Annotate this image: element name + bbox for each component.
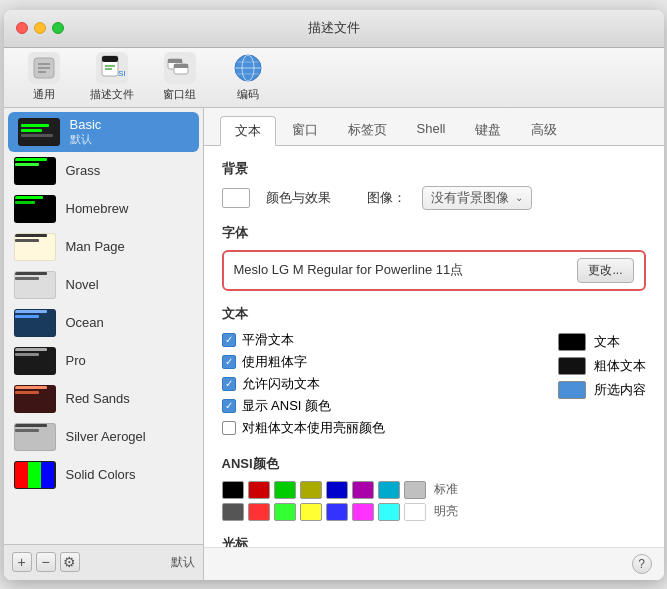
ansi-normal-6[interactable] [378, 481, 400, 499]
tab-keyboard[interactable]: 键盘 [461, 116, 515, 145]
checkbox-bold[interactable] [222, 355, 236, 369]
bold-color-row: 粗体文本 [558, 357, 646, 375]
sidebar-item-redsands[interactable]: Red Sands [4, 380, 203, 418]
checkbox-bold-row: 使用粗体字 [222, 353, 538, 371]
font-title: 字体 [222, 224, 646, 242]
sidebar-thumb-basic [18, 118, 60, 146]
cursor-title: 光标 [222, 535, 646, 547]
text-colors: 文本 粗体文本 所选内容 [558, 333, 646, 441]
checkbox-brightbold-row: 对粗体文本使用亮丽颜色 [222, 419, 538, 437]
sidebar-thumb-solidcolors [14, 461, 56, 489]
bottom-bar: ? [204, 547, 664, 580]
ansi-bright-5[interactable] [352, 503, 374, 521]
toolbar-general[interactable]: 通用 [20, 52, 68, 102]
sidebar-item-silveraerogel-name: Silver Aerogel [66, 429, 146, 444]
ansi-bright-7[interactable] [404, 503, 426, 521]
font-change-button[interactable]: 更改... [577, 258, 633, 283]
ansi-normal-1[interactable] [248, 481, 270, 499]
sidebar-item-pro-name: Pro [66, 353, 86, 368]
dropdown-arrow-icon: ⌄ [515, 192, 523, 203]
text-color-swatch[interactable] [558, 333, 586, 351]
sidebar-item-homebrew-name: Homebrew [66, 201, 129, 216]
toolbar-general-label: 通用 [33, 87, 55, 102]
bold-color-swatch[interactable] [558, 357, 586, 375]
ansi-bright-0[interactable] [222, 503, 244, 521]
sidebar: Basic 默认 Grass [4, 108, 204, 580]
sidebar-thumb-homebrew [14, 195, 56, 223]
help-button[interactable]: ? [632, 554, 652, 574]
ansi-bright-1[interactable] [248, 503, 270, 521]
sidebar-thumb-redsands [14, 385, 56, 413]
maximize-button[interactable] [52, 22, 64, 34]
selection-color-swatch[interactable] [558, 381, 586, 399]
sidebar-item-novel[interactable]: Novel [4, 266, 203, 304]
ansi-normal-row: 标准 [222, 481, 646, 499]
sidebar-item-silveraerogel[interactable]: Silver Aerogel [4, 418, 203, 456]
tab-window[interactable]: 窗口 [278, 116, 332, 145]
checkbox-brightbold[interactable] [222, 421, 236, 435]
svg-text:SI: SI [118, 69, 126, 78]
tab-text[interactable]: 文本 [220, 116, 276, 146]
toolbar-encoding[interactable]: 编码 [224, 52, 272, 102]
sidebar-thumb-pro [14, 347, 56, 375]
ansi-normal-2[interactable] [274, 481, 296, 499]
sidebar-item-grass[interactable]: Grass [4, 152, 203, 190]
tab-advanced[interactable]: 高级 [517, 116, 571, 145]
sidebar-item-basic[interactable]: Basic 默认 [8, 112, 199, 152]
sidebar-item-homebrew[interactable]: Homebrew [4, 190, 203, 228]
main-content: 背景 颜色与效果 图像： 没有背景图像 ⌄ 字体 M [204, 146, 664, 547]
sidebar-thumb-silveraerogel [14, 423, 56, 451]
ansi-bright-2[interactable] [274, 503, 296, 521]
ansi-normal-0[interactable] [222, 481, 244, 499]
remove-profile-button[interactable]: − [36, 552, 56, 572]
sidebar-item-manpage-name: Man Page [66, 239, 125, 254]
ansi-bright-6[interactable] [378, 503, 400, 521]
sidebar-item-redsands-name: Red Sands [66, 391, 130, 406]
checkbox-ansi-label: 显示 ANSI 颜色 [242, 397, 332, 415]
ansi-normal-5[interactable] [352, 481, 374, 499]
tab-shell[interactable]: Shell [403, 116, 460, 145]
sidebar-footer: + − ⚙ 默认 [4, 544, 203, 580]
ansi-bright-4[interactable] [326, 503, 348, 521]
ansi-title: ANSI颜色 [222, 455, 646, 473]
svg-rect-10 [168, 59, 182, 63]
toolbar: 通用 SI 描述文件 窗口组 编码 [4, 48, 664, 108]
ansi-normal-7[interactable] [404, 481, 426, 499]
sidebar-item-solidcolors-name: Solid Colors [66, 467, 136, 482]
sidebar-item-grass-name: Grass [66, 163, 101, 178]
close-button[interactable] [16, 22, 28, 34]
background-color-box[interactable] [222, 188, 250, 208]
sidebar-item-solidcolors[interactable]: Solid Colors [4, 456, 203, 494]
sidebar-item-ocean-name: Ocean [66, 315, 104, 330]
checkbox-smooth-label: 平滑文本 [242, 331, 294, 349]
toolbar-profile-label: 描述文件 [90, 87, 134, 102]
settings-profile-button[interactable]: ⚙ [60, 552, 80, 572]
sidebar-item-manpage[interactable]: Man Page [4, 228, 203, 266]
ansi-normal-3[interactable] [300, 481, 322, 499]
checkbox-blink-label: 允许闪动文本 [242, 375, 320, 393]
default-label: 默认 [171, 554, 195, 571]
background-row: 颜色与效果 图像： 没有背景图像 ⌄ [222, 186, 646, 210]
toolbar-profile[interactable]: SI 描述文件 [88, 52, 136, 102]
toolbar-windowgroup-label: 窗口组 [163, 87, 196, 102]
ansi-bright-row: 明亮 [222, 503, 646, 521]
background-image-dropdown[interactable]: 没有背景图像 ⌄ [422, 186, 532, 210]
checkbox-blink[interactable] [222, 377, 236, 391]
general-icon [28, 52, 60, 84]
checkbox-ansi[interactable] [222, 399, 236, 413]
sidebar-item-ocean[interactable]: Ocean [4, 304, 203, 342]
checkbox-blink-row: 允许闪动文本 [222, 375, 538, 393]
ansi-normal-4[interactable] [326, 481, 348, 499]
toolbar-windowgroup[interactable]: 窗口组 [156, 52, 204, 102]
text-color-row: 文本 [558, 333, 646, 351]
add-profile-button[interactable]: + [12, 552, 32, 572]
ansi-bright-3[interactable] [300, 503, 322, 521]
minimize-button[interactable] [34, 22, 46, 34]
tab-tabs[interactable]: 标签页 [334, 116, 401, 145]
traffic-lights [16, 22, 64, 34]
checkbox-smooth[interactable] [222, 333, 236, 347]
content-area: Basic 默认 Grass [4, 108, 664, 580]
sidebar-item-pro[interactable]: Pro [4, 342, 203, 380]
sidebar-thumb-grass [14, 157, 56, 185]
font-box: Meslo LG M Regular for Powerline 11点 更改.… [222, 250, 646, 291]
